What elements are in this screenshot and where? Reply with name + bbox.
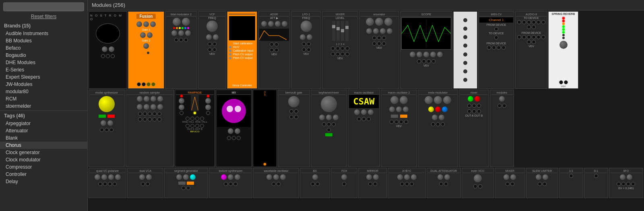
module-nostromo[interactable]: N O S T R O M O [89, 11, 127, 89]
jack[interactable] [522, 20, 526, 24]
knob[interactable] [410, 52, 415, 57]
knob[interactable] [157, 96, 163, 102]
jack[interactable] [311, 182, 315, 186]
knob[interactable] [432, 115, 438, 120]
jack[interactable] [200, 117, 204, 121]
jack[interactable] [527, 20, 531, 24]
knob[interactable] [178, 30, 184, 36]
jack[interactable] [439, 182, 443, 186]
knob[interactable] [213, 34, 219, 40]
knob[interactable] [425, 96, 433, 104]
jack[interactable] [208, 42, 212, 46]
knob[interactable] [273, 174, 279, 180]
knob[interactable] [183, 174, 189, 180]
jack[interactable] [190, 117, 194, 121]
module-slew-limiter[interactable]: SLEW LIMITER [526, 168, 558, 198]
module-modules[interactable]: modules [490, 90, 514, 167]
knob[interactable] [107, 120, 113, 126]
jack[interactable] [522, 35, 526, 39]
jack[interactable] [377, 36, 381, 40]
knob[interactable] [312, 174, 318, 180]
jack[interactable] [367, 117, 371, 121]
knob[interactable] [435, 107, 441, 112]
jack[interactable] [341, 52, 345, 56]
module-resonator[interactable]: resonator [359, 11, 399, 89]
jack[interactable] [382, 42, 386, 46]
sidebar-item-blank[interactable]: Blank [0, 134, 87, 142]
jack[interactable] [195, 124, 199, 128]
knob[interactable] [139, 174, 145, 180]
knob[interactable] [185, 30, 191, 36]
module-audio-8[interactable]: AUDIO-8 TO DEVICE FROM DEVICE [515, 11, 547, 89]
sidebar-item-arpeggiator[interactable]: Arpeggiator [0, 120, 87, 127]
knob[interactable] [468, 96, 473, 102]
button[interactable] [107, 115, 115, 118]
sidebar-item-controller[interactable]: Controller [0, 171, 87, 178]
jack[interactable] [331, 46, 335, 50]
jack[interactable] [345, 52, 349, 56]
knob[interactable] [333, 115, 339, 120]
module-mixer[interactable]: MIXER LEVEL [322, 11, 358, 89]
jack[interactable] [357, 117, 361, 121]
module-1-1[interactable]: 1:1 [559, 168, 583, 198]
jack[interactable] [190, 124, 194, 128]
knob[interactable] [536, 174, 541, 180]
knob[interactable] [439, 115, 444, 120]
knob[interactable] [144, 104, 149, 110]
knob[interactable] [366, 174, 372, 180]
knob[interactable] [143, 21, 149, 27]
knob[interactable] [205, 104, 211, 110]
knob[interactable] [620, 174, 625, 180]
jack[interactable] [472, 104, 476, 108]
jack[interactable] [272, 182, 276, 186]
jack[interactable] [137, 82, 141, 86]
jack[interactable] [208, 48, 212, 52]
knob-freq[interactable] [301, 21, 312, 32]
module-random-sampler[interactable]: random sampler [126, 90, 174, 167]
knob[interactable] [397, 174, 403, 180]
jack[interactable] [532, 25, 536, 29]
sidebar-item-dhe[interactable]: DHE Modules [0, 59, 87, 66]
jack[interactable] [277, 182, 281, 186]
jack[interactable] [541, 20, 545, 24]
jack[interactable] [213, 48, 217, 52]
jack[interactable] [427, 59, 431, 63]
module-8-1[interactable]: 8:1 [584, 168, 608, 198]
module-scope[interactable]: SCOPE [400, 11, 452, 89]
jack[interactable] [148, 112, 152, 116]
jack[interactable] [362, 117, 366, 121]
jack[interactable] [302, 48, 306, 52]
jack[interactable] [289, 115, 293, 119]
knob[interactable] [205, 98, 211, 104]
jack[interactable] [332, 122, 336, 126]
jack[interactable] [157, 112, 161, 116]
jack[interactable] [342, 182, 346, 186]
button[interactable] [187, 182, 194, 185]
knob[interactable] [221, 174, 227, 180]
knob[interactable] [280, 174, 286, 180]
module-bx[interactable]: BX [300, 168, 330, 198]
module-wavetable-osc[interactable]: wavetable oscillator [253, 168, 299, 198]
jack[interactable] [186, 186, 190, 190]
knob[interactable] [504, 174, 509, 180]
jack[interactable] [467, 104, 471, 108]
jack[interactable] [111, 54, 115, 58]
jack[interactable] [368, 182, 372, 186]
jack[interactable] [270, 48, 274, 52]
jack[interactable] [109, 128, 114, 132]
jack[interactable] [473, 184, 477, 188]
jack[interactable] [327, 122, 331, 126]
button[interactable] [99, 115, 106, 118]
jack[interactable] [472, 109, 476, 113]
module-adsr[interactable]: ADSR ATT ▶ [258, 11, 290, 89]
knob[interactable] [108, 174, 114, 180]
knob[interactable] [235, 128, 240, 134]
knob[interactable] [423, 52, 429, 57]
jack[interactable] [345, 46, 349, 50]
jack[interactable] [390, 120, 394, 124]
jack[interactable] [532, 40, 536, 44]
jack[interactable] [336, 52, 340, 56]
knob[interactable] [366, 18, 374, 26]
module-dual-attenuator[interactable]: DUAL ATTENUATOR [427, 168, 461, 198]
button[interactable] [400, 115, 407, 118]
